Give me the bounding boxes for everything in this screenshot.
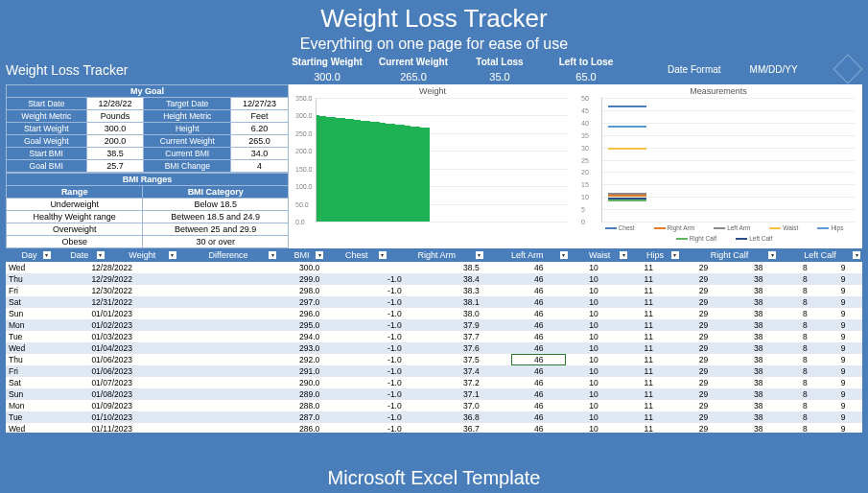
table-row[interactable]: Tue01/03/2023294.0-1.037.7461011293889 [6,331,862,342]
table-cell[interactable]: 37.4 [432,365,511,377]
table-cell[interactable]: 10 [566,285,621,296]
goal-value[interactable]: 25.7 [86,160,144,173]
table-cell[interactable]: 287.0 [261,411,358,423]
table-cell[interactable]: 10 [566,365,621,377]
table-cell[interactable]: 300.0 [261,262,358,273]
table-cell[interactable]: 38 [731,285,786,296]
table-cell[interactable]: Sat [6,377,88,388]
table-cell[interactable]: 11 [622,296,676,308]
table-cell[interactable]: 29 [676,273,731,285]
table-cell[interactable]: 37.0 [432,400,511,411]
table-cell[interactable]: 29 [676,400,731,411]
table-cell[interactable]: 46 [511,377,566,388]
goal-value[interactable]: Feet [231,110,289,123]
table-cell[interactable]: 9 [824,331,862,342]
table-cell[interactable]: 37.1 [432,388,511,400]
table-cell[interactable]: 289.0 [261,388,358,400]
table-cell[interactable]: 29 [676,308,731,319]
table-cell[interactable]: 37.9 [432,319,511,331]
table-cell[interactable]: 10 [566,296,621,308]
table-cell[interactable]: 29 [676,423,731,433]
table-row[interactable]: Wed12/28/2022300.038.5461011293889 [6,262,862,273]
table-cell[interactable]: 38 [731,308,786,319]
column-header[interactable]: Weight▾ [106,248,178,262]
table-cell[interactable]: 46 [511,331,566,342]
table-cell[interactable]: 29 [676,319,731,331]
filter-dropdown-icon[interactable]: ▾ [97,251,105,259]
table-cell[interactable]: 29 [676,285,731,296]
table-cell[interactable]: 11 [622,354,676,365]
table-cell[interactable]: 29 [676,342,731,354]
table-cell[interactable]: 29 [676,411,731,423]
table-cell[interactable]: 01/06/2023 [88,354,261,365]
bmi-ranges-table[interactable]: BMI Ranges RangeBMI Category Underweight… [6,173,289,248]
table-cell[interactable]: 46 [511,285,566,296]
table-cell[interactable]: 46 [511,262,566,273]
table-cell[interactable]: 38 [731,296,786,308]
table-cell[interactable]: Sun [6,388,88,400]
goal-value[interactable]: 34.0 [231,148,289,160]
column-header[interactable]: Waist▾ [570,248,630,262]
table-cell[interactable]: 36.7 [432,423,511,433]
filter-dropdown-icon[interactable]: ▾ [269,251,276,259]
table-cell[interactable]: 298.0 [261,285,358,296]
table-cell[interactable]: 10 [566,377,621,388]
table-row[interactable]: Fri01/06/2023291.0-1.037.4461011293889 [6,365,862,377]
column-header[interactable]: Left Arm▾ [485,248,570,262]
table-cell[interactable]: 8 [786,319,824,331]
table-cell[interactable]: 290.0 [261,377,358,388]
column-header[interactable]: BMI▾ [278,248,325,262]
filter-dropdown-icon[interactable]: ▾ [43,251,51,259]
table-cell[interactable]: 01/10/2023 [88,411,261,423]
table-cell[interactable]: 46 [511,273,566,285]
table-cell[interactable]: 299.0 [261,273,358,285]
goal-value[interactable]: 265.0 [231,135,289,148]
table-cell[interactable]: 8 [786,354,824,365]
table-cell[interactable]: 10 [566,319,621,331]
table-cell[interactable]: 293.0 [261,342,358,354]
table-cell[interactable]: 8 [786,273,824,285]
table-cell[interactable]: 11 [622,262,676,273]
table-row[interactable]: Mon01/02/2023295.0-1.037.9461011293889 [6,319,862,331]
table-cell[interactable]: 38 [731,388,786,400]
table-cell[interactable]: 9 [824,285,862,296]
table-cell[interactable]: 38 [731,400,786,411]
table-cell[interactable]: 46 [511,423,566,433]
column-header[interactable]: Left Calf▾ [778,248,862,262]
table-cell[interactable]: 46 [511,354,566,365]
table-cell[interactable]: 46 [511,365,566,377]
table-cell[interactable]: 9 [824,308,862,319]
filter-dropdown-icon[interactable]: ▾ [560,251,568,259]
table-cell[interactable]: Tue [6,331,88,342]
table-cell[interactable]: 10 [566,262,621,273]
table-cell[interactable] [358,262,431,273]
table-cell[interactable]: 38 [731,365,786,377]
table-cell[interactable]: 38 [731,354,786,365]
table-cell[interactable]: 38 [731,319,786,331]
table-cell[interactable]: 8 [786,388,824,400]
goal-value[interactable]: 12/28/22 [86,98,144,110]
column-header[interactable]: Right Calf▾ [681,248,778,262]
table-cell[interactable]: 10 [566,388,621,400]
column-header[interactable]: Date▾ [53,248,106,262]
table-cell[interactable]: 01/07/2023 [88,377,261,388]
filter-dropdown-icon[interactable]: ▾ [169,251,176,259]
table-cell[interactable]: 46 [511,400,566,411]
table-cell[interactable]: -1.0 [358,354,431,365]
table-cell[interactable]: 9 [824,377,862,388]
filter-dropdown-icon[interactable]: ▾ [768,251,776,259]
table-row[interactable]: Fri12/30/2022298.0-1.038.3461011293889 [6,285,862,296]
table-cell[interactable]: 8 [786,262,824,273]
table-cell[interactable]: 38.3 [432,285,511,296]
table-row[interactable]: Sun01/01/2023296.0-1.038.0461011293889 [6,308,862,319]
table-cell[interactable]: Wed [6,423,88,433]
table-cell[interactable]: 12/29/2022 [88,273,261,285]
table-cell[interactable]: Fri [6,365,88,377]
goal-table[interactable]: My Goal Start Date12/28/22Target Date12/… [6,84,289,173]
table-cell[interactable]: 11 [622,423,676,433]
table-cell[interactable]: Thu [6,273,88,285]
table-cell[interactable]: 11 [622,400,676,411]
goal-value[interactable]: 6.20 [231,123,289,135]
table-cell[interactable]: 38 [731,331,786,342]
table-cell[interactable]: Wed [6,262,88,273]
